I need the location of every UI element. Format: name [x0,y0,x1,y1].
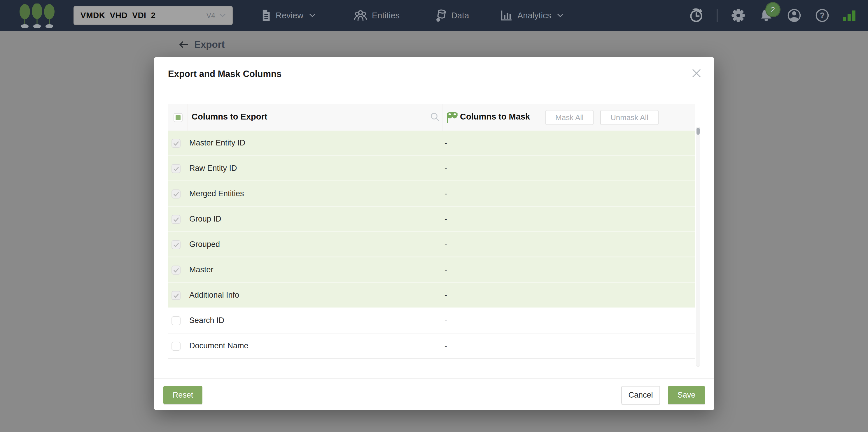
chevron-down-icon [309,13,316,18]
cancel-button[interactable]: Cancel [621,386,660,404]
help-icon[interactable]: ? [815,8,830,23]
search-icon[interactable] [430,112,440,122]
close-icon[interactable] [691,68,702,78]
mask-value: - [444,189,447,198]
row-document-name[interactable]: Document Name - [168,333,695,359]
topbar-actions: 2 ? [689,0,856,31]
back-arrow-icon[interactable] [179,41,189,48]
page-header: Export [179,39,225,50]
mask-value: - [444,164,447,173]
column-rows: Master Entity ID - Raw Entity ID - Merge… [168,131,695,359]
row-merged-entities[interactable]: Merged Entities - [168,181,695,207]
row-checkbox[interactable] [172,316,181,325]
modal-footer: Reset Cancel Save [154,378,714,410]
column-label: Search ID [189,316,224,325]
topbar-divider [717,9,717,22]
topbar: VMDK_VHD_VDI_2 V4 Review Entities [0,0,868,31]
row-checkbox[interactable] [172,139,181,148]
history-clock-icon[interactable] [689,8,703,23]
mask-value: - [444,316,447,325]
notification-badge: 2 [765,2,780,17]
mask-value: - [444,214,447,224]
row-checkbox[interactable] [172,291,181,300]
nav-data-label: Data [451,11,469,21]
project-name: VMDK_VHD_VDI_2 [81,11,156,20]
gear-icon[interactable] [731,8,745,23]
avatar-icon[interactable] [787,8,802,23]
row-checkbox[interactable] [172,342,181,351]
nav-entities[interactable]: Entities [354,0,400,31]
column-label: Master Entity ID [189,138,245,147]
select-all-checkbox[interactable] [174,113,183,122]
nav-analytics[interactable]: Analytics [500,0,563,31]
header-divider [442,104,442,131]
export-mask-columns-modal: Export and Mask Columns Columns to Expor… [154,57,714,410]
svg-text:?: ? [819,11,825,20]
row-master-entity-id[interactable]: Master Entity ID - [168,131,695,156]
row-master[interactable]: Master - [168,257,695,283]
row-checkbox[interactable] [172,164,181,173]
row-checkbox[interactable] [172,190,181,199]
nav-analytics-label: Analytics [518,11,551,21]
mask-all-button[interactable]: Mask All [546,110,593,125]
column-label: Master [189,265,214,274]
project-version: V4 [206,11,215,20]
column-label: Merged Entities [189,189,244,198]
chevron-down-icon [219,13,226,18]
row-raw-entity-id[interactable]: Raw Entity ID - [168,156,695,181]
page-title: Export [194,39,225,50]
database-icon [435,9,446,22]
columns-list: Columns to Export Columns to Mask Mask A… [168,104,701,359]
reset-button[interactable]: Reset [163,386,203,404]
chevron-down-icon [557,13,563,18]
row-group-id[interactable]: Group ID - [168,207,695,232]
row-search-id[interactable]: Search ID - [168,308,695,333]
columns-to-mask-header: Columns to Mask [460,112,530,122]
save-button[interactable]: Save [668,386,705,404]
column-label: Group ID [189,214,221,224]
scrollbar-thumb[interactable] [696,128,700,135]
document-icon [261,9,271,22]
nav-review-label: Review [276,11,303,21]
mask-value: - [444,341,447,351]
nav-review[interactable]: Review [261,0,316,31]
app-logo[interactable] [18,3,57,29]
list-header: Columns to Export Columns to Mask Mask A… [168,104,695,131]
row-checkbox[interactable] [172,266,181,275]
column-label: Grouped [189,240,220,249]
nav-entities-label: Entities [372,11,400,21]
unmask-all-button[interactable]: Unmask All [600,110,659,125]
mask-value: - [444,265,447,274]
column-label: Additional Info [189,291,239,300]
mask-value: - [444,240,447,249]
row-checkbox[interactable] [172,215,181,224]
signal-bars-icon[interactable] [843,10,856,21]
row-additional-info[interactable]: Additional Info - [168,283,695,308]
row-grouped[interactable]: Grouped - [168,232,695,257]
column-label: Document Name [189,341,248,351]
row-checkbox[interactable] [172,240,181,249]
people-icon [354,10,367,21]
mask-icon [446,111,458,124]
columns-to-export-header: Columns to Export [192,112,267,122]
list-scrollbar[interactable] [696,127,700,367]
mask-value: - [444,291,447,300]
mask-value: - [444,138,447,147]
notifications[interactable]: 2 [759,7,774,24]
column-label: Raw Entity ID [189,164,237,173]
project-selector[interactable]: VMDK_VHD_VDI_2 V4 [73,6,233,25]
bar-chart-icon [500,10,513,21]
nav-data[interactable]: Data [435,0,469,31]
modal-title: Export and Mask Columns [168,69,281,79]
